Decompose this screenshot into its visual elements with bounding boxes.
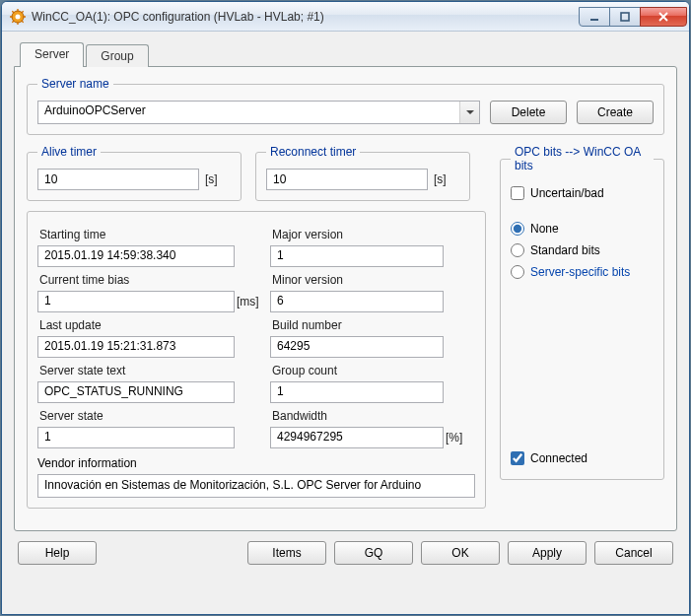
opc-bits-group: OPC bits --> WinCC OA bits Uncertain/bad… <box>500 145 664 480</box>
uncertain-checkbox[interactable] <box>511 186 524 200</box>
server-name-value: ArduinoOPCServer <box>44 103 146 117</box>
server-name-legend: Server name <box>37 77 113 91</box>
server-state-text-value: OPC_STATUS_RUNNING <box>37 381 235 403</box>
none-label: None <box>530 222 559 236</box>
server-name-group: Server name ArduinoOPCServer Delete Crea… <box>27 77 664 135</box>
server-name-select[interactable]: ArduinoOPCServer <box>37 101 480 124</box>
alive-timer-group: Alive timer [s] <box>27 145 242 201</box>
last-update-label: Last update <box>37 316 235 332</box>
button-bar: Help Items GQ OK Apply Cancel <box>14 531 677 565</box>
app-icon <box>10 9 26 25</box>
create-button[interactable]: Create <box>577 101 654 124</box>
current-time-bias-label: Current time bias <box>37 271 235 287</box>
starting-time-label: Starting time <box>37 226 235 241</box>
tab-group[interactable]: Group <box>86 44 148 67</box>
standard-radio[interactable] <box>511 243 524 257</box>
reconnect-timer-unit: [s] <box>434 172 459 186</box>
ok-button[interactable]: OK <box>421 541 500 565</box>
minimize-button[interactable] <box>579 7 610 27</box>
none-radio[interactable] <box>511 222 524 236</box>
maximize-button[interactable] <box>609 7 641 27</box>
uncertain-label: Uncertain/bad <box>530 186 604 200</box>
titlebar[interactable]: WinCC_OA(1): OPC configuration (HVLab - … <box>2 2 689 32</box>
connected-label: Connected <box>530 451 587 465</box>
svg-rect-3 <box>621 13 629 21</box>
starting-time-value: 2015.01.19 14:59:38.340 <box>37 245 235 267</box>
window-title: WinCC_OA(1): OPC configuration (HVLab - … <box>32 10 580 24</box>
current-time-bias-unit: [ms] <box>237 295 262 308</box>
svg-rect-2 <box>590 19 598 21</box>
vendor-info-value: Innovación en Sistemas de Monitorización… <box>37 474 475 498</box>
connected-checkbox[interactable] <box>511 451 524 465</box>
server-specific-label: Server-specific bits <box>530 265 630 279</box>
standard-label: Standard bits <box>530 243 600 257</box>
window-frame: WinCC_OA(1): OPC configuration (HVLab - … <box>1 1 690 615</box>
alive-timer-unit: [s] <box>205 172 231 186</box>
help-button[interactable]: Help <box>18 541 97 565</box>
build-number-label: Build number <box>270 316 444 332</box>
tab-row: Server Group <box>20 44 677 67</box>
minor-version-value: 6 <box>270 291 444 312</box>
alive-timer-legend: Alive timer <box>37 145 101 159</box>
bandwidth-label: Bandwidth <box>270 407 444 423</box>
cancel-button[interactable]: Cancel <box>594 541 673 565</box>
alive-timer-input[interactable] <box>37 169 199 190</box>
server-state-value: 1 <box>37 427 235 448</box>
close-button[interactable] <box>640 7 687 27</box>
reconnect-timer-input[interactable] <box>266 169 428 190</box>
gq-button[interactable]: GQ <box>334 541 413 565</box>
tab-panel: Server name ArduinoOPCServer Delete Crea… <box>14 66 677 531</box>
dropdown-arrow-icon <box>459 102 479 123</box>
server-state-text-label: Server state text <box>37 362 235 377</box>
opc-bits-legend: OPC bits --> WinCC OA bits <box>511 145 654 172</box>
vendor-info-label: Vendor information <box>37 456 475 470</box>
bandwidth-unit: [%] <box>446 431 471 445</box>
delete-button[interactable]: Delete <box>490 101 567 124</box>
reconnect-timer-group: Reconnect timer [s] <box>255 145 470 201</box>
reconnect-timer-legend: Reconnect timer <box>266 145 360 159</box>
server-specific-radio[interactable] <box>511 265 524 279</box>
items-button[interactable]: Items <box>247 541 326 565</box>
major-version-label: Major version <box>270 226 444 241</box>
server-info-group: Starting time Major version 2015.01.19 1… <box>27 211 486 509</box>
major-version-value: 1 <box>270 245 444 267</box>
current-time-bias-value: 1 <box>37 291 235 312</box>
client-area: Server Group Server name ArduinoOPCServe… <box>2 32 689 575</box>
group-count-value: 1 <box>270 381 444 403</box>
server-state-label: Server state <box>37 407 235 423</box>
group-count-label: Group count <box>270 362 444 377</box>
bandwidth-value: 4294967295 <box>270 427 444 448</box>
window-controls <box>580 7 687 27</box>
minor-version-label: Minor version <box>270 271 444 287</box>
build-number-value: 64295 <box>270 336 444 358</box>
apply-button[interactable]: Apply <box>508 541 587 565</box>
tab-server[interactable]: Server <box>20 42 84 67</box>
svg-point-1 <box>16 14 21 19</box>
last-update-value: 2015.01.19 15:21:31.873 <box>37 336 235 358</box>
